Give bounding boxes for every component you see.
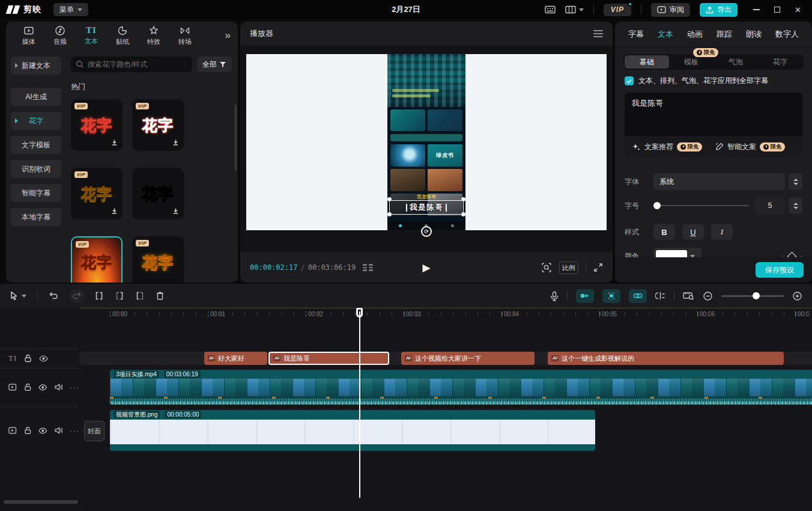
download-icon[interactable] [171, 138, 180, 147]
review-button[interactable]: 审阅 [651, 3, 690, 17]
preview-canvas[interactable]: 绿皮书 我是陈哥 我是陈哥 [246, 54, 607, 230]
sidebar-item-text-template[interactable]: 文字模板 [11, 136, 61, 154]
font-select[interactable]: 系统 [653, 173, 785, 190]
download-icon[interactable] [109, 206, 119, 216]
selection-handle[interactable] [387, 212, 392, 216]
copy-suggestion-button[interactable]: 文案推荐 限免 [632, 142, 702, 152]
timeline-zoom-slider[interactable] [721, 290, 784, 302]
eye-icon[interactable] [39, 355, 48, 362]
subtab-bubble[interactable]: 气泡 [714, 55, 758, 69]
vertical-scrollbar[interactable] [235, 105, 237, 171]
tab-subtitle[interactable]: 字幕 [628, 29, 644, 40]
fancy-text-tile[interactable]: VIP 花字 [132, 236, 184, 283]
speaker-icon[interactable] [55, 384, 63, 391]
tab-animation[interactable]: 动画 [687, 29, 703, 40]
underline-button[interactable]: U [682, 224, 704, 240]
window-maximize-button[interactable] [774, 7, 780, 13]
player-menu-icon[interactable] [593, 30, 603, 37]
fancy-text-tile-selected[interactable]: VIP 花字 [71, 236, 123, 283]
search-input[interactable] [71, 57, 192, 72]
trim-left-button[interactable] [115, 291, 124, 301]
fancy-text-tile[interactable]: VIP 花字 [71, 168, 123, 219]
font-size-stepper[interactable] [789, 197, 802, 214]
tab-sticker[interactable]: 贴纸 [107, 25, 138, 46]
slider-thumb[interactable] [653, 202, 661, 209]
bold-button[interactable]: B [653, 224, 675, 240]
split-clip-button[interactable] [94, 291, 104, 301]
fancy-text-tile[interactable]: VIP 花字 [132, 99, 184, 151]
tab-tracking[interactable]: 跟踪 [717, 29, 732, 40]
lock-icon[interactable] [24, 383, 32, 391]
menu-button[interactable]: 菜单 [53, 3, 88, 16]
subtab-template[interactable]: 模板 [669, 55, 714, 69]
tab-text-props[interactable]: 文本 [658, 29, 673, 40]
undo-button[interactable] [49, 291, 59, 301]
download-icon[interactable] [109, 138, 119, 147]
sidebar-item-new-text[interactable]: 新建文本 [11, 57, 61, 75]
eye-icon[interactable] [38, 427, 47, 434]
export-button[interactable]: 导出 [700, 3, 738, 17]
subtitle-segment[interactable]: A≡ 这个视频给大家讲一下 [401, 352, 535, 365]
tab-digital-human[interactable]: 数字人 [775, 29, 799, 40]
play-button[interactable]: ▶ [422, 262, 430, 274]
subtitle-segment[interactable]: A≡ 这个一键生成影视解说的 [548, 352, 784, 365]
filter-all-button[interactable]: 全部 [197, 57, 232, 72]
fancy-text-tile[interactable]: VIP 花字 [71, 99, 123, 151]
download-icon[interactable] [171, 206, 180, 216]
cover-button[interactable]: 封面 [84, 421, 105, 441]
slider-thumb[interactable] [753, 292, 760, 299]
sidebar-item-lyrics-recognition[interactable]: 识别歌词 [11, 160, 61, 178]
window-minimize-button[interactable] [753, 9, 760, 10]
sidebar-item-local-subtitle[interactable]: 本地字幕 [11, 208, 61, 226]
timeline-ruler[interactable]: 00:00 00:01 00:02 00:03 00:04 00:05 00:0… [79, 308, 812, 321]
zoom-out-icon[interactable] [703, 291, 713, 301]
font-size-slider[interactable] [653, 197, 749, 214]
image-clip[interactable]: 视频背景图.png 00:00:05:00 [110, 410, 595, 451]
horizontal-scrollbar[interactable] [4, 500, 78, 504]
tab-transition[interactable]: 转场 [169, 25, 201, 46]
fullscreen-icon[interactable] [593, 263, 603, 272]
timeline-scale-button[interactable] [683, 292, 694, 301]
text-content-input[interactable]: 我是陈哥 [625, 93, 802, 136]
trim-right-button[interactable] [135, 291, 145, 301]
speaker-icon[interactable] [55, 427, 63, 434]
sidebar-item-ai-generate[interactable]: AI生成 [11, 88, 61, 106]
more-options-icon[interactable]: ··· [70, 426, 79, 435]
video-preview[interactable]: 绿皮书 我是陈哥 我是陈哥 [387, 54, 465, 230]
zoom-in-icon[interactable] [792, 291, 802, 301]
redo-button[interactable] [70, 289, 83, 302]
mask-axis-button[interactable] [655, 292, 665, 300]
sidebar-item-smart-subtitle[interactable]: 智能字幕 [11, 184, 61, 202]
save-preset-button[interactable]: 保存预设 [756, 262, 804, 278]
tab-text[interactable]: TI 文本 [76, 25, 107, 46]
lock-icon[interactable] [24, 426, 32, 435]
vip-badge[interactable]: VIP [604, 4, 631, 16]
eye-icon[interactable] [38, 384, 47, 391]
tab-media[interactable]: 媒体 [13, 25, 44, 46]
subtab-fancy[interactable]: 花字 [758, 55, 802, 69]
sidebar-item-fancy-text[interactable]: 花字 [11, 112, 61, 130]
selection-handle[interactable] [461, 197, 465, 201]
rotate-handle[interactable]: ⟳ [421, 226, 432, 237]
tab-effects[interactable]: 特效 [138, 25, 169, 46]
tab-audio[interactable]: 音频 [44, 25, 76, 46]
preview-zoom-icon[interactable] [541, 262, 552, 273]
smart-copy-button[interactable]: 智能文案 限免 [715, 142, 785, 152]
auto-snap-toggle[interactable] [576, 289, 594, 303]
selection-handle[interactable] [461, 212, 465, 216]
delete-button[interactable] [156, 291, 165, 301]
preview-quality-icon[interactable] [363, 264, 373, 271]
font-stepper[interactable] [789, 173, 802, 190]
layout-switch-button[interactable] [565, 5, 584, 14]
more-options-icon[interactable]: ··· [70, 383, 79, 392]
expand-tabs-button[interactable]: » [225, 29, 231, 41]
checkbox-checked-icon[interactable] [625, 76, 634, 85]
selection-handle[interactable] [387, 197, 392, 201]
linkage-toggle[interactable] [602, 289, 620, 303]
subtab-basic[interactable]: 基础 [625, 55, 669, 69]
video-clip[interactable]: 3项目实操.mp4 00:03:06:19 [110, 370, 812, 405]
shortcut-keyboard-icon[interactable] [545, 5, 556, 14]
subtitle-segment[interactable]: A≡ 好大家好 [204, 352, 267, 365]
select-tool-button[interactable] [10, 291, 26, 301]
subtitle-segment-selected[interactable]: A≡ 我是陈哥 [268, 352, 389, 365]
